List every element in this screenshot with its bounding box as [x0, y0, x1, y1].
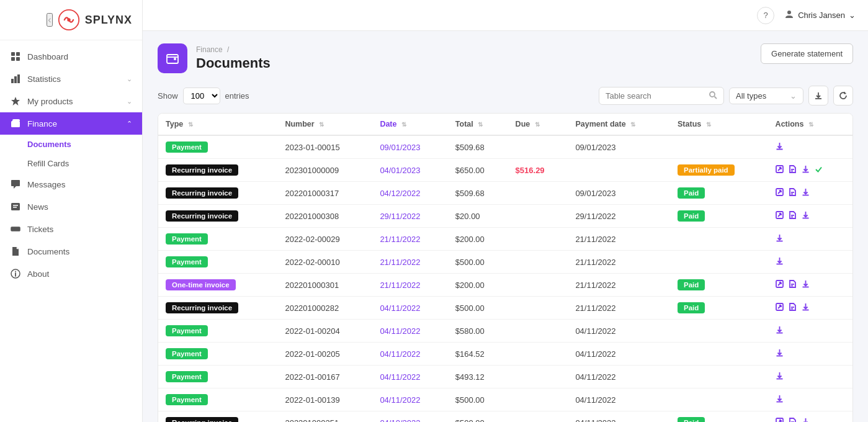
svg-point-19 [15, 271, 16, 272]
cell-status: Paid [670, 205, 768, 228]
cell-number: 2022-01-00205 [277, 343, 372, 366]
download-action-icon[interactable] [776, 234, 784, 244]
col-status[interactable]: Status ⇅ [670, 114, 768, 135]
download-action-icon[interactable] [802, 188, 810, 198]
sidebar-item-label-dashboard: Dashboard [27, 52, 132, 61]
check-action-icon[interactable] [815, 165, 823, 175]
download-action-icon[interactable] [776, 395, 784, 405]
sidebar-item-documents[interactable]: Documents [0, 240, 142, 263]
refresh-button[interactable] [833, 86, 853, 106]
pdf-action-icon[interactable] [789, 165, 797, 175]
svg-rect-2 [11, 52, 15, 56]
col-due[interactable]: Due ⇅ [508, 114, 568, 135]
table-row: Recurring invoice20220100030829/11/2022$… [158, 205, 852, 228]
col-number[interactable]: Number ⇅ [277, 114, 372, 135]
open-action-icon[interactable] [776, 165, 784, 175]
download-action-icon[interactable] [776, 257, 784, 267]
cell-due [508, 205, 568, 228]
type-badge: Payment [166, 371, 208, 382]
sidebar-header: ‹ SPLYNX [0, 0, 142, 40]
user-menu[interactable]: Chris Jansen ⌄ [784, 9, 856, 21]
table-row: Recurring invoice20230100000904/01/2023$… [158, 159, 852, 182]
download-action-icon[interactable] [802, 211, 810, 221]
cell-total: $650.00 [448, 159, 508, 182]
svg-rect-4 [11, 57, 15, 61]
cell-total: $164.52 [448, 343, 508, 366]
type-filter-select[interactable]: All types ⌄ [729, 88, 803, 104]
pdf-action-icon[interactable] [789, 280, 797, 290]
sidebar-item-label-finance: Finance [27, 119, 120, 128]
sidebar-item-about[interactable]: About [0, 263, 142, 285]
table-body: Payment2023-01-0001509/01/2023$509.6809/… [158, 135, 852, 422]
cell-type: Payment [158, 343, 277, 366]
open-action-icon[interactable] [776, 188, 784, 198]
subnav-label-documents: Documents [27, 140, 71, 149]
cell-date: 29/11/2022 [372, 205, 447, 228]
entries-select[interactable]: 100 50 25 [183, 88, 220, 104]
sidebar-item-tickets[interactable]: Tickets [0, 218, 142, 240]
cell-status: Paid [670, 297, 768, 320]
sidebar-item-dashboard[interactable]: Dashboard [0, 45, 142, 68]
finance-subnav: Documents Refill Cards [0, 135, 142, 173]
open-action-icon[interactable] [776, 303, 784, 313]
status-badge: Paid [678, 417, 705, 422]
cell-due [508, 251, 568, 274]
sidebar-collapse-button[interactable]: ‹ [47, 13, 52, 27]
cell-type: Payment [158, 366, 277, 388]
download-action-icon[interactable] [776, 142, 784, 152]
table-header-row: Type ⇅ Number ⇅ Date ⇅ Total ⇅ Due ⇅ Pay… [158, 114, 852, 135]
cell-date: 04/11/2022 [372, 388, 447, 411]
cell-actions [768, 205, 852, 228]
subnav-item-documents[interactable]: Documents [27, 135, 142, 154]
subnav-item-refillcards[interactable]: Refill Cards [27, 154, 142, 173]
generate-statement-button[interactable]: Generate statement [761, 43, 853, 64]
page-title: Documents [196, 55, 271, 71]
logo-text: SPLYNX [85, 14, 132, 27]
sidebar-item-messages[interactable]: Messages [0, 173, 142, 195]
cell-date: 21/11/2022 [372, 274, 447, 297]
col-date[interactable]: Date ⇅ [372, 114, 447, 135]
col-payment-date[interactable]: Payment date ⇅ [568, 114, 670, 135]
table-row: Payment2022-01-0020404/11/2022$580.0004/… [158, 320, 852, 343]
search-input[interactable] [606, 91, 705, 101]
main-content: ? Chris Jansen ⌄ Fin [143, 0, 868, 422]
open-action-icon[interactable] [776, 280, 784, 290]
message-icon [10, 179, 21, 190]
help-button[interactable]: ? [757, 7, 774, 24]
pdf-action-icon[interactable] [789, 303, 797, 313]
col-total[interactable]: Total ⇅ [448, 114, 508, 135]
col-actions[interactable]: Actions ⇅ [768, 114, 852, 135]
export-button[interactable] [808, 86, 828, 106]
download-action-icon[interactable] [802, 418, 810, 422]
pdf-action-icon[interactable] [789, 418, 797, 422]
open-action-icon[interactable] [776, 418, 784, 422]
cell-type: Payment [158, 228, 277, 251]
cell-due [508, 320, 568, 343]
table-row: Recurring invoice20220100025104/10/2022$… [158, 411, 852, 423]
download-action-icon[interactable] [802, 165, 810, 175]
sidebar-item-news[interactable]: News [0, 195, 142, 218]
cell-due [508, 228, 568, 251]
chevron-down-icon: ⌄ [127, 75, 132, 83]
cell-status [670, 135, 768, 159]
cell-payment-date: 04/11/2022 [568, 320, 670, 343]
cell-total: $500.00 [448, 388, 508, 411]
download-action-icon[interactable] [802, 303, 810, 313]
grid-icon [10, 51, 21, 62]
open-action-icon[interactable] [776, 211, 784, 221]
table-row: Payment2022-01-0020504/11/2022$164.5204/… [158, 343, 852, 366]
download-action-icon[interactable] [802, 280, 810, 290]
pdf-action-icon[interactable] [789, 211, 797, 221]
download-action-icon[interactable] [776, 349, 784, 359]
pdf-action-icon[interactable] [789, 188, 797, 198]
col-type[interactable]: Type ⇅ [158, 114, 277, 135]
sidebar-item-finance[interactable]: Finance ⌃ [0, 112, 142, 135]
ticket-icon [10, 223, 21, 235]
sidebar-item-statistics[interactable]: Statistics ⌄ [0, 68, 142, 90]
newspaper-icon [10, 201, 21, 212]
cell-due [508, 366, 568, 388]
sidebar-item-myproducts[interactable]: My products ⌄ [0, 90, 142, 112]
download-action-icon[interactable] [776, 326, 784, 336]
download-action-icon[interactable] [776, 372, 784, 382]
cell-total: $509.68 [448, 135, 508, 159]
